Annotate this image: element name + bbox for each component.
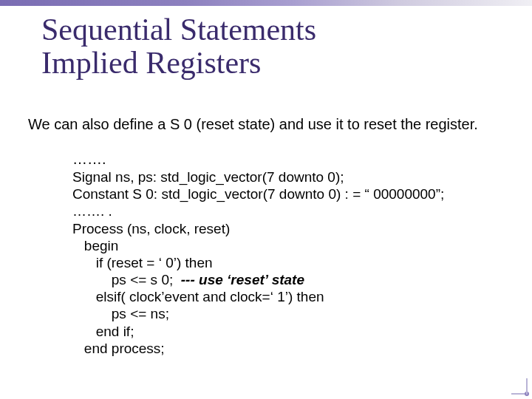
code-line: begin (72, 238, 118, 253)
title-line-2: Implied Registers (41, 46, 261, 80)
code-line: ……. . (72, 203, 112, 219)
code-block: Signal ns, ps: std_logic_vector(7 downto… (72, 168, 516, 357)
code-line: elsif( clock’event and clock=‘ 1’) then (72, 289, 324, 304)
corner-decoration-icon (511, 378, 528, 395)
code-line: Process (ns, clock, reset) (72, 221, 230, 236)
header-gradient (0, 0, 532, 6)
code-line: end process; (72, 341, 165, 356)
slide-title: Sequential Statements Implied Registers (41, 13, 316, 81)
code-line: Signal ns, ps: std_logic_vector(7 downto… (72, 169, 344, 185)
code-line: ps <= s 0; (72, 272, 181, 287)
code-line: end if; (72, 324, 134, 339)
code-line: Constant S 0: std_logic_vector(7 downto … (72, 186, 444, 202)
corner-dot-icon (525, 392, 529, 396)
code-line: if (reset = ‘ 0’) then (72, 255, 213, 270)
title-line-1: Sequential Statements (41, 13, 316, 47)
code-comment: --- use ‘reset’ state (181, 272, 304, 287)
slide: Sequential Statements Implied Registers … (0, 0, 532, 399)
leading-dots: ……. (72, 151, 106, 168)
intro-paragraph: We can also define a S 0 (reset state) a… (28, 115, 501, 134)
code-line: ps <= ns; (72, 306, 169, 321)
